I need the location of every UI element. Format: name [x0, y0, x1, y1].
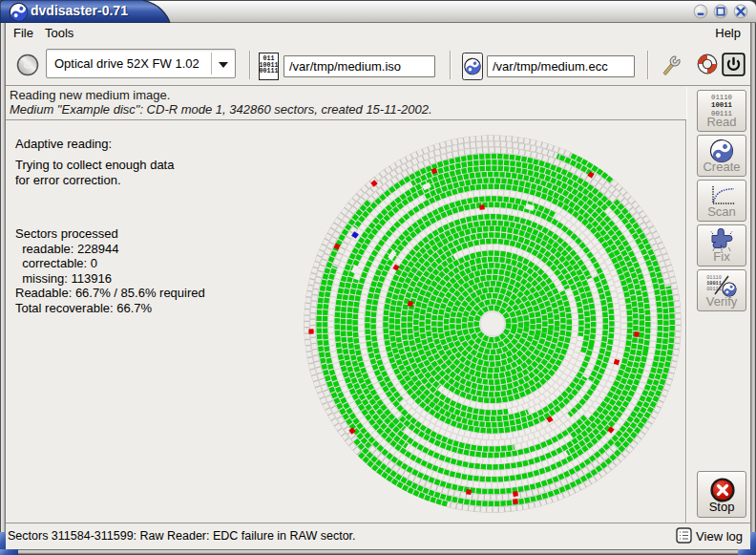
svg-text:01110: 01110 — [711, 94, 732, 101]
svg-text:10011: 10011 — [711, 101, 733, 109]
